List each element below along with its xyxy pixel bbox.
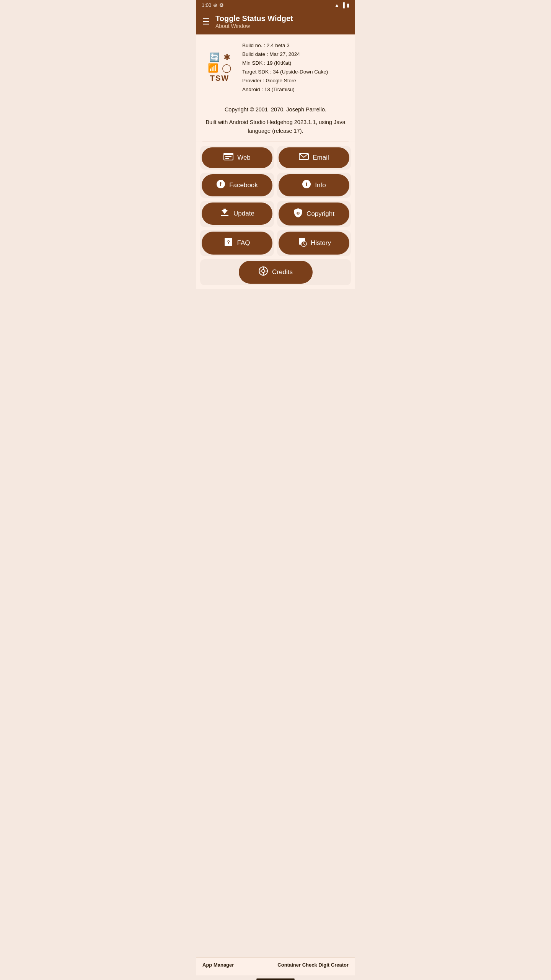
facebook-label: Facebook	[229, 181, 258, 189]
copyright-section: Copyright © 2001–2070, Joseph Parrello. …	[196, 99, 355, 142]
info-label: Info	[315, 181, 326, 189]
svg-text:f: f	[220, 181, 222, 187]
circle-icon: ◯	[222, 63, 231, 73]
status-time-area: 1:00 ⊕ ⚙	[202, 2, 224, 8]
info-button[interactable]: i Info	[279, 174, 349, 196]
facebook-button[interactable]: f Facebook	[202, 174, 272, 196]
svg-rect-2	[225, 156, 231, 157]
build-date: Build date : Mar 27, 2024	[242, 50, 328, 59]
svg-point-20	[262, 270, 265, 273]
app-title: Toggle Status Widget	[215, 14, 293, 23]
logo-row-1: 🔄 ✱	[209, 52, 230, 62]
buttons-grid: Web Email f Facebook	[196, 142, 355, 289]
credits-button[interactable]: Credits	[239, 261, 313, 284]
update-label: Update	[233, 210, 254, 217]
time-display: 1:00	[202, 2, 211, 8]
header-text-area: Toggle Status Widget About Window	[215, 14, 293, 29]
build-details: Build no. : 2.4 beta 3 Build date : Mar …	[242, 41, 328, 94]
logo-tsw-text: TSW	[210, 74, 229, 83]
gear-icon: ⚙	[219, 2, 224, 8]
refresh-icon: 🔄	[209, 52, 220, 62]
copyright-label: Copyright	[306, 210, 334, 218]
facebook-icon: f	[216, 180, 225, 191]
facebook-cell: f Facebook	[200, 173, 274, 198]
web-button[interactable]: Web	[202, 147, 272, 168]
app-header: ☰ Toggle Status Widget About Window	[196, 10, 355, 34]
history-button[interactable]: History	[279, 232, 349, 255]
app-info-section: 🔄 ✱ 📶 ◯ TSW Build no. : 2.4 beta 3 Build…	[196, 34, 355, 99]
bluetooth-icon: ✱	[223, 52, 230, 62]
email-button[interactable]: Email	[279, 147, 349, 168]
hamburger-menu-icon[interactable]: ☰	[202, 17, 210, 27]
faq-label: FAQ	[237, 239, 250, 247]
built-with-text: Built with Android Studio Hedgehog 2023.…	[204, 118, 347, 136]
copyright-cell: © Copyright	[277, 201, 351, 227]
info-icon: i	[302, 180, 311, 191]
faq-button[interactable]: ? FAQ	[202, 232, 272, 255]
credits-label: Credits	[272, 268, 293, 276]
copyright-button[interactable]: © Copyright	[279, 203, 349, 225]
email-label: Email	[313, 154, 329, 162]
wifi-icon: ⊕	[213, 2, 217, 8]
email-cell: Email	[277, 146, 351, 170]
android-version: Android : 13 (Tiramisu)	[242, 85, 328, 94]
faq-icon: ?	[224, 237, 233, 249]
logo-row-2: 📶 ◯	[208, 63, 231, 73]
bottom-home-indicator	[256, 978, 295, 980]
svg-rect-10	[223, 209, 226, 212]
update-cell: Update	[200, 201, 274, 227]
svg-rect-11	[221, 215, 228, 216]
copyright-text: Copyright © 2001–2070, Joseph Parrello.	[204, 105, 347, 114]
copyright-shield-icon: ©	[293, 208, 303, 220]
faq-cell: ? FAQ	[200, 230, 274, 256]
min-sdk: Min SDK : 19 (KitKat)	[242, 59, 328, 68]
status-icons: ▲ ▐ ▮	[334, 2, 349, 8]
build-number: Build no. : 2.4 beta 3	[242, 41, 328, 50]
web-cell: Web	[200, 146, 274, 170]
svg-text:?: ?	[227, 239, 230, 245]
wifi-logo-icon: 📶	[208, 63, 218, 73]
history-cell: History	[277, 230, 351, 256]
web-icon	[223, 153, 233, 163]
history-label: History	[311, 239, 331, 247]
app-logo: 🔄 ✱ 📶 ◯ TSW	[202, 52, 237, 83]
web-label: Web	[237, 154, 251, 162]
update-button[interactable]: Update	[202, 203, 272, 225]
bottom-nav-container-check[interactable]: Container Check Digit Creator	[277, 962, 349, 968]
email-icon	[299, 153, 309, 163]
bottom-navigation: App Manager Container Check Digit Creato…	[196, 957, 355, 975]
status-bar: 1:00 ⊕ ⚙ ▲ ▐ ▮	[196, 0, 355, 10]
update-icon	[220, 208, 230, 219]
battery-icon: ▮	[347, 2, 349, 8]
svg-text:©: ©	[297, 211, 300, 216]
svg-text:i: i	[306, 181, 307, 187]
page-subtitle: About Window	[215, 23, 293, 29]
target-sdk: Target SDK : 34 (Upside-Down Cake)	[242, 68, 328, 77]
provider: Provider : Google Store	[242, 77, 328, 85]
svg-rect-1	[224, 153, 233, 155]
svg-rect-3	[225, 158, 229, 159]
signal-bars-icon: ▐	[341, 2, 345, 8]
history-icon	[297, 237, 307, 249]
credits-cell: Credits	[200, 259, 351, 285]
info-cell: i Info	[277, 173, 351, 198]
wifi-signal-icon: ▲	[334, 2, 339, 8]
bottom-nav-app-manager[interactable]: App Manager	[202, 962, 234, 968]
credits-icon	[258, 266, 268, 278]
